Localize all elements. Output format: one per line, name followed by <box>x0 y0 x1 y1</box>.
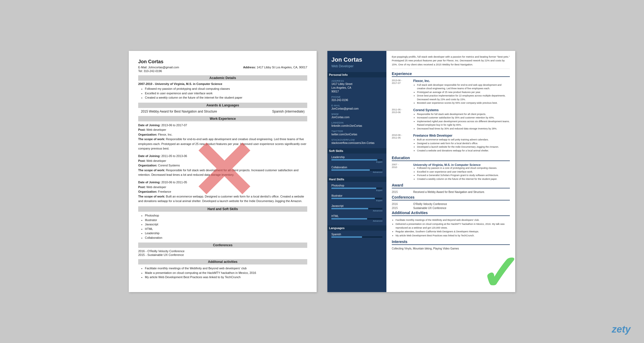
exp-1-b4: Boosted user experience scores by 55% ov… <box>417 101 510 105</box>
exp-1-b1: Full stack web developer responsible for… <box>417 83 510 91</box>
act-2: Delivered a presentation on cloud comput… <box>396 222 510 230</box>
skills-header: Hard and Soft Skills <box>138 206 307 212</box>
photoshop-label: Photoshop <box>331 184 382 187</box>
email-label: E-mail <box>331 104 382 107</box>
exp-2-b1: Responsible for full stack web developme… <box>417 113 510 116</box>
leadership-skill: Leadership Expert <box>331 156 382 163</box>
activities-title: Additional Activities <box>392 211 510 216</box>
academic-bullet-2: Excelled in user experience and user int… <box>145 91 307 96</box>
photoshop-bar-fill <box>331 188 376 189</box>
exp-entry-1: 2013-06 -2017-07 Flexor, Inc. Full stack… <box>392 79 510 105</box>
resume-sidebar: Jon Cortas Web Developer Personal Info A… <box>327 51 386 292</box>
job-3-date: Date of Joining: 2010-06 to 2011-05 <box>138 180 307 185</box>
conferences-header: Conferences <box>138 243 307 248</box>
left-contact: E-Mail: Johncortas@gmail.com Address: 14… <box>138 66 307 69</box>
edu-1-school: University of Virginia, M.S. in Computer… <box>413 163 499 166</box>
skill-6: Collaboration <box>145 236 307 240</box>
leadership-bar-bg <box>331 159 382 161</box>
conf-entry-1: 2016 O'Reilly Velocity Conference <box>392 203 510 206</box>
personal-info-title: Personal Info <box>327 72 386 77</box>
email-field: E-mail JonCortas@gmail.com <box>331 104 382 111</box>
activity-3: My article Web Development Best Practice… <box>145 275 307 279</box>
award-entry: 2015 Received a Webby Award for Best Nav… <box>392 191 510 193</box>
photoshop-skill: Photoshop Expert <box>331 184 382 192</box>
spanish-skill: Spanish <box>331 233 382 238</box>
award-title: Award <box>392 183 510 188</box>
skill-2: Illustrator <box>145 218 307 222</box>
conf-2-year: 2015 <box>392 207 411 210</box>
education-title: Education <box>392 156 510 161</box>
exp-3-company: Freelance Web Developer <box>413 134 499 137</box>
javascript-label: Javascript <box>331 204 382 207</box>
activities-list: Facilitate monthly meetings of the Webfi… <box>138 266 307 279</box>
exp-2-company: Corend Systems <box>413 108 510 112</box>
resume-styled: ✓ Jon Cortas Web Developer Personal Info… <box>327 51 515 292</box>
job-1-scope: The scope of work: Responsible for end-t… <box>138 137 307 151</box>
exp-2-detail: Corend Systems Responsible for full stac… <box>413 108 510 131</box>
job-3-org: Organization: Freelance <box>138 189 307 194</box>
activities-list: Facilitate monthly meetings of the Webfi… <box>392 218 510 237</box>
skills-list: Photoshop Illustrator Javascript HTML Le… <box>138 213 307 240</box>
act-1: Facilitate monthly meetings of the Webfi… <box>396 218 510 222</box>
soft-skills-title: Soft Skills <box>327 148 386 154</box>
job-1: Date of Joining: 2013-06 to 2017-07 Post… <box>138 123 307 151</box>
exp-3-b2: Designed a customer web form for a local… <box>417 142 499 146</box>
resume-plain: ✕ Jon Cortas E-Mail: Johncortas@gmail.co… <box>129 51 317 292</box>
conferences-title: Conferences <box>392 195 510 200</box>
conf-1-year: 2016 <box>392 203 411 206</box>
exp-3-date: 2010-06 -2011-05 <box>392 134 411 152</box>
illustrator-level: Expert <box>331 199 382 202</box>
linkedin-label: LinkedIn <box>331 121 382 124</box>
interests-title: Interests <box>392 240 510 245</box>
linkedin-value: linkedin.com/in/JonCortas <box>331 124 382 128</box>
resume-main-content: Eye-poppingly prolific, full stack web d… <box>386 51 515 292</box>
collaboration-level: Advanced <box>331 171 382 173</box>
edu-b1: Followed my passion in a core of prototy… <box>417 166 499 170</box>
stackoverflow-label: StackOverflow <box>331 139 382 141</box>
academic-bullets: Followed my passion of prototyping and c… <box>138 87 307 100</box>
edu-b2: Excelled in user experience and user int… <box>417 170 499 174</box>
job-3-scope: The scope of work: Built an ecommerce we… <box>138 194 307 204</box>
phone-label: Phone <box>331 96 382 98</box>
html-label: HTML <box>331 215 382 218</box>
illustrator-bar-fill <box>331 198 375 199</box>
collaboration-label: Collaboration <box>331 166 382 169</box>
skill-4: HTML <box>145 227 307 231</box>
job-1-date: Date of Joining: 2013-06 to 2017-07 <box>138 123 307 128</box>
left-tel: Tel: 310-242-0196 <box>138 69 307 73</box>
academic-header: Academic Details <box>138 75 307 81</box>
stackoverflow-value: stackoverflow.com/users/Jon-Cortas <box>331 141 382 145</box>
twitter-value: twitter.com/JonCortas <box>331 133 382 136</box>
address-label: Address <box>331 80 382 82</box>
academic-entry: 2007-2010 - University of Virginia, M.S.… <box>138 82 307 85</box>
exp-2-b3: Implemented Agile/Lean development proce… <box>417 120 510 127</box>
skill-3: Javascript <box>145 222 307 227</box>
edu-1-detail: University of Virginia, M.S. in Computer… <box>413 163 499 181</box>
right-title: Web Developer <box>331 64 382 68</box>
left-email: E-Mail: Johncortas@gmail.com <box>138 66 179 69</box>
edu-1-date: 2007 -2010 <box>392 163 411 181</box>
email-value: JonCortas@gmail.com <box>331 107 382 111</box>
exp-entry-2: 2011-05 -2013-06 Corend Systems Responsi… <box>392 108 510 131</box>
conf-2-name: Sustainable UX Conference <box>413 207 446 210</box>
html-skill: HTML Advanced <box>331 215 382 222</box>
exp-2-b4: Decreased lead times by 30% and reduced … <box>417 127 510 131</box>
exp-1-b3: Drove best practice implementation for 2… <box>417 94 510 101</box>
phone-value: 310-242-0196 <box>331 98 382 102</box>
hard-skills-title: Hard Skills <box>327 177 386 182</box>
conf-entry-2: 2015 Sustainable UX Conference <box>392 207 510 210</box>
html-bar-bg <box>331 218 382 219</box>
award-text: 2015 Webby Award for Best Navigation and… <box>141 110 217 113</box>
exp-3-b1: Built an ecommerce webapp to sell potty … <box>417 138 499 142</box>
exp-entry-3: 2010-06 -2011-05 Freelance Web Developer… <box>392 134 510 152</box>
job-3: Date of Joining: 2010-06 to 2011-05 Post… <box>138 180 307 204</box>
www-value: JonCortas.com <box>331 115 382 119</box>
exp-2-date: 2011-05 -2013-06 <box>392 108 411 131</box>
spanish-bar-bg <box>331 236 382 238</box>
illustrator-skill: Illustrator Expert <box>331 194 382 202</box>
act-4: My article Web Development Best Practice… <box>396 234 510 237</box>
languages-title: Languages <box>327 225 386 231</box>
photoshop-bar-bg <box>331 188 382 189</box>
job-3-post: Post: Web developer <box>138 185 307 190</box>
act-3: Regular attendee, Southern California We… <box>396 230 510 233</box>
